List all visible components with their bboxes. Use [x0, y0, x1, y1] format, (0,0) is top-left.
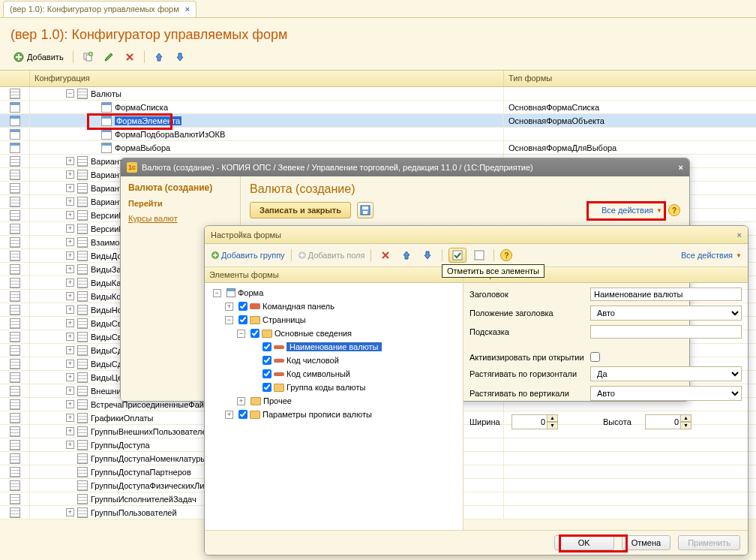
delete-button[interactable] — [122, 50, 138, 64]
tree-checkbox[interactable] — [262, 356, 272, 365]
expand-icon[interactable]: + — [66, 184, 74, 192]
apply-button[interactable]: Применить — [678, 535, 740, 550]
prop-activate-checkbox[interactable] — [590, 352, 600, 362]
expand-icon[interactable]: + — [66, 265, 74, 273]
expand-icon[interactable]: + — [66, 373, 74, 381]
expand-icon[interactable]: + — [66, 238, 74, 246]
add-fields-button[interactable]: Добавить поля — [298, 251, 365, 260]
prop-titlepos-select[interactable]: Авто — [590, 306, 742, 321]
check-all-button[interactable] — [448, 248, 466, 263]
ok-button[interactable]: OK — [554, 535, 614, 550]
uncheck-all-button[interactable] — [471, 248, 488, 262]
prop-width-spinner[interactable]: ▲▼ — [512, 414, 564, 429]
nav-goto[interactable]: Перейти — [128, 199, 232, 208]
tree-checkbox[interactable] — [250, 329, 260, 338]
spin-down-icon[interactable]: ▼ — [681, 422, 692, 429]
grid-icon — [10, 224, 20, 234]
tree-row[interactable]: Код символьный — [206, 367, 461, 381]
expand-icon[interactable]: + — [66, 414, 74, 422]
expand-icon[interactable]: − — [66, 89, 74, 98]
move-down-icon-button[interactable] — [419, 248, 436, 262]
expand-icon[interactable]: + — [66, 292, 74, 300]
delete-icon-button[interactable] — [377, 248, 394, 262]
expand-icon[interactable]: + — [66, 400, 74, 408]
spin-up-icon[interactable]: ▲ — [548, 414, 558, 422]
cancel-button[interactable]: Отмена — [622, 535, 670, 550]
tree-checkbox[interactable] — [238, 302, 248, 311]
tree-checkbox[interactable] — [262, 342, 272, 351]
table-row[interactable]: ФормаВыбораОсновнаяФормаДляВыбора — [0, 141, 756, 155]
tree-row[interactable]: Код числовой — [206, 354, 461, 367]
expand-icon[interactable]: + — [66, 211, 74, 219]
expand-icon[interactable]: + — [66, 251, 74, 260]
modal-title-bar[interactable]: 1c Валюта (создание) - КОПИЯ ОПС / Зевек… — [121, 158, 689, 176]
copy-button[interactable] — [80, 50, 96, 64]
expand-icon[interactable]: + — [66, 170, 74, 179]
expand-icon[interactable]: + — [237, 397, 245, 405]
add-group-button[interactable]: Добавить группу — [211, 251, 285, 260]
move-up-icon-button[interactable] — [398, 248, 415, 262]
save-button[interactable] — [357, 202, 374, 218]
expand-icon[interactable]: + — [66, 197, 74, 206]
all-actions-dropdown-2[interactable]: Все действия▼ — [681, 251, 742, 260]
close-modal2-icon[interactable]: × — [737, 230, 742, 239]
grid-icon — [77, 224, 88, 234]
save-close-button[interactable]: Записать и закрыть — [250, 202, 351, 218]
move-up-button[interactable] — [151, 50, 167, 64]
expand-icon[interactable]: + — [66, 319, 74, 327]
edit-button[interactable] — [100, 50, 117, 64]
expand-icon[interactable]: + — [66, 224, 74, 233]
prop-height-spinner[interactable]: ▲▼ — [645, 414, 698, 429]
expand-icon[interactable]: + — [225, 303, 233, 311]
tree-row[interactable]: −Форма — [206, 286, 461, 300]
help-icon[interactable]: ? — [500, 249, 512, 261]
close-modal-icon[interactable]: × — [679, 163, 683, 172]
table-row[interactable]: −Валюты — [0, 87, 756, 101]
expand-icon[interactable]: − — [213, 289, 221, 297]
tree-row[interactable]: +Параметры прописи валюты — [206, 408, 461, 421]
col-form-type[interactable]: Тип формы — [504, 71, 756, 86]
spin-down-icon[interactable]: ▼ — [548, 422, 558, 429]
tree-checkbox[interactable] — [238, 410, 248, 419]
prop-hint-input[interactable] — [590, 325, 742, 339]
expand-icon[interactable]: − — [237, 330, 245, 338]
all-actions-dropdown[interactable]: Все действия▼ — [602, 206, 662, 215]
tree-checkbox[interactable] — [238, 315, 248, 324]
spin-up-icon[interactable]: ▲ — [681, 414, 692, 422]
tree-row[interactable]: Группа коды валюты — [206, 381, 461, 394]
expand-icon[interactable]: + — [66, 278, 74, 287]
table-row[interactable]: ФормаСпискаОсновнаяФормаСписка — [0, 101, 756, 114]
tree-row[interactable]: Наименование валюты — [206, 340, 461, 354]
expand-icon[interactable]: + — [66, 387, 74, 395]
table-row[interactable]: ФормаЭлементаОсновнаяФормаОбъекта — [0, 114, 756, 128]
delete-x-icon — [124, 52, 135, 62]
prop-stretchh-select[interactable]: Да — [590, 366, 742, 381]
tree-row[interactable]: +Прочее — [206, 394, 461, 408]
expand-icon[interactable]: + — [66, 427, 74, 435]
close-tab-icon[interactable]: × — [185, 5, 190, 14]
tree-row[interactable]: +Командная панель — [206, 300, 461, 313]
help-icon[interactable]: ? — [668, 204, 680, 216]
table-row[interactable]: ФормаПодбораВалютИзОКВ — [0, 128, 756, 141]
document-tab[interactable]: (вер 1.0): Конфигуратор управляемых форм… — [3, 1, 196, 17]
expand-icon[interactable]: + — [66, 508, 74, 516]
expand-icon[interactable]: + — [66, 346, 74, 354]
expand-icon[interactable]: + — [66, 333, 74, 341]
expand-icon[interactable]: + — [225, 411, 233, 419]
tree-row[interactable]: −Основные сведения — [206, 327, 461, 340]
move-down-button[interactable] — [172, 50, 188, 64]
tree-checkbox[interactable] — [262, 369, 272, 378]
modal2-title-bar[interactable]: Настройка формы × — [205, 226, 748, 244]
nav-currency-rates[interactable]: Курсы валют — [128, 214, 232, 223]
expand-icon[interactable]: + — [66, 360, 74, 368]
expand-icon[interactable]: + — [66, 306, 74, 314]
tree-row[interactable]: −Странницы — [206, 313, 461, 327]
expand-icon[interactable]: + — [66, 441, 74, 449]
expand-icon[interactable]: + — [66, 157, 74, 165]
prop-header-input[interactable] — [590, 288, 742, 301]
tree-checkbox[interactable] — [262, 383, 272, 392]
expand-icon[interactable]: − — [225, 316, 233, 324]
add-button[interactable]: Добавить — [10, 50, 67, 64]
prop-stretchv-select[interactable]: Авто — [590, 386, 742, 401]
col-configuration[interactable]: Конфигурация — [30, 71, 504, 86]
